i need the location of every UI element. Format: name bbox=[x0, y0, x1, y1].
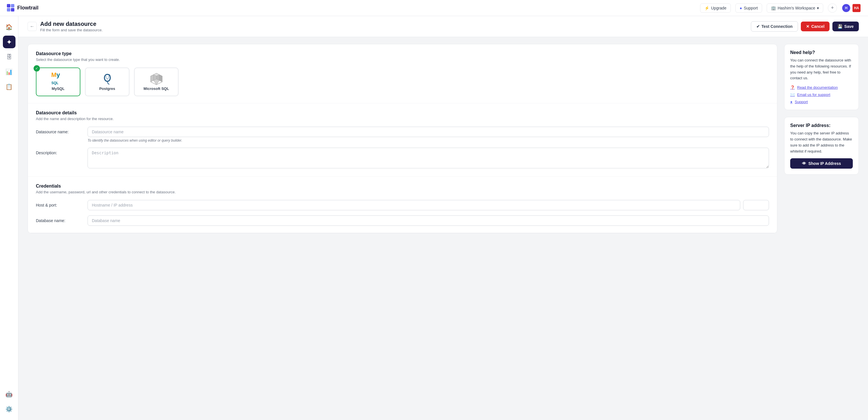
header-left: ← Add new datasource Fill the form and s… bbox=[28, 21, 103, 32]
details-title: Datasource details bbox=[36, 110, 769, 115]
db-type-mysql[interactable]: ✓ MySQL MySQL bbox=[36, 67, 81, 96]
docs-link[interactable]: ❓ Read the documentation bbox=[790, 85, 853, 90]
hostname-input[interactable] bbox=[88, 200, 740, 210]
question-icon: ❓ bbox=[790, 85, 795, 90]
dbname-field bbox=[88, 216, 769, 226]
svg-rect-3 bbox=[11, 8, 14, 11]
name-label: Datasource name: bbox=[36, 127, 82, 134]
section-type-subtitle: Select the datasource type that you want… bbox=[36, 57, 769, 62]
workspace-label: Hashim's Workspace bbox=[778, 6, 815, 10]
workspace-icon: 🏢 bbox=[771, 6, 776, 10]
desc-label: Description: bbox=[36, 148, 82, 155]
eye-icon: 👁 bbox=[802, 161, 806, 166]
svg-point-10 bbox=[108, 77, 109, 77]
sidebar-item-home[interactable]: 🏠 bbox=[3, 21, 16, 33]
page-header: ← Add new datasource Fill the form and s… bbox=[19, 16, 868, 37]
mssql-label: Microsoft SQL bbox=[144, 86, 169, 91]
email-link[interactable]: ✉️ Email us for support bbox=[790, 92, 853, 97]
email-icon: ✉️ bbox=[790, 92, 795, 97]
datasource-name-input[interactable] bbox=[88, 127, 769, 137]
details-subtitle: Add the name and description for the res… bbox=[36, 117, 769, 121]
show-ip-label: Show IP Address bbox=[808, 161, 841, 166]
name-field: To identify the datasources when using e… bbox=[88, 127, 769, 142]
svg-point-9 bbox=[105, 77, 106, 77]
sidebar-item-robot[interactable]: 🤖 bbox=[3, 388, 16, 400]
datasource-type-section: Datasource type Select the datasource ty… bbox=[28, 44, 777, 104]
credentials-title: Credentials bbox=[36, 184, 769, 189]
port-input[interactable]: 3306 bbox=[743, 200, 769, 210]
svg-rect-0 bbox=[7, 4, 10, 7]
show-ip-button[interactable]: 👁 Show IP Address bbox=[790, 158, 853, 169]
desc-field bbox=[88, 148, 769, 169]
ip-card: Server IP address: You can copy the serv… bbox=[784, 117, 859, 175]
sidebar-item-charts[interactable]: 📊 bbox=[3, 65, 16, 78]
db-type-mssql[interactable]: Microsoft SQL bbox=[134, 67, 179, 96]
sidebar-item-rocket[interactable] bbox=[3, 36, 16, 48]
support-button[interactable]: ● Support bbox=[735, 3, 763, 12]
svg-rect-1 bbox=[11, 4, 14, 7]
ip-title: Server IP address: bbox=[790, 123, 853, 128]
check-icon: ✔ bbox=[756, 24, 760, 29]
header-actions: ✔ Test Connection ✕ Cancel 💾 Save bbox=[751, 21, 859, 32]
svg-marker-14 bbox=[159, 75, 162, 82]
sidebar-item-reports[interactable]: 📋 bbox=[3, 80, 16, 93]
discord-support-icon: ● bbox=[790, 100, 793, 104]
svg-point-4 bbox=[8, 41, 10, 43]
database-name-input[interactable] bbox=[88, 216, 769, 226]
sidebar-item-datasource[interactable]: 🗄 bbox=[3, 51, 16, 63]
host-row: Host & port: 3306 bbox=[36, 200, 769, 210]
upgrade-button[interactable]: ⚡ Upgrade bbox=[700, 3, 731, 12]
logo-icon bbox=[7, 4, 15, 12]
host-port-group: 3306 bbox=[88, 200, 769, 210]
name-hint: To identify the datasources when using e… bbox=[88, 138, 769, 142]
svg-rect-2 bbox=[7, 8, 10, 11]
postgres-icon bbox=[100, 73, 114, 85]
mysql-icon: MySQL bbox=[51, 73, 65, 85]
back-button[interactable]: ← bbox=[28, 22, 37, 31]
svg-marker-13 bbox=[151, 75, 154, 82]
section-type-title: Datasource type bbox=[36, 51, 769, 56]
description-input[interactable] bbox=[88, 148, 769, 168]
db-type-list: ✓ MySQL MySQL bbox=[36, 67, 769, 96]
host-label: Host & port: bbox=[36, 200, 82, 207]
user-avatar: HA bbox=[852, 3, 861, 12]
workspace-button[interactable]: 🏢 Hashim's Workspace ▾ bbox=[767, 3, 823, 12]
docs-label: Read the documentation bbox=[797, 85, 838, 90]
postgres-label: Postgres bbox=[99, 86, 115, 91]
help-card: Need help? You can connect the datasourc… bbox=[784, 44, 859, 110]
help-desc: You can connect the datasource with the … bbox=[790, 57, 853, 81]
app-logo: Flowtrail bbox=[7, 4, 38, 12]
dbname-label: Database name: bbox=[36, 216, 82, 223]
ip-desc: You can copy the server IP address to co… bbox=[790, 131, 853, 154]
sidebar-item-settings[interactable]: ⚙️ bbox=[3, 403, 16, 415]
x-icon: ✕ bbox=[806, 24, 809, 29]
save-button[interactable]: 💾 Save bbox=[832, 22, 859, 31]
chevron-down-icon: ▾ bbox=[817, 6, 819, 10]
host-field: 3306 bbox=[88, 200, 769, 210]
support-link[interactable]: ● Support bbox=[790, 100, 853, 104]
page-subtitle: Fill the form and save the datasource. bbox=[40, 28, 103, 32]
cancel-label: Cancel bbox=[811, 24, 825, 29]
avatar-group: H HA bbox=[842, 3, 861, 12]
top-navigation: Flowtrail ⚡ Upgrade ● Support 🏢 Hashim's… bbox=[0, 0, 868, 16]
help-panel: Need help? You can connect the datasourc… bbox=[784, 44, 859, 175]
title-block: Add new datasource Fill the form and sav… bbox=[40, 21, 103, 32]
save-icon: 💾 bbox=[838, 24, 842, 29]
cancel-button[interactable]: ✕ Cancel bbox=[801, 22, 830, 31]
datasource-details-section: Datasource details Add the name and desc… bbox=[28, 104, 777, 177]
sidebar: 🏠 🗄 📊 📋 🤖 ⚙️ bbox=[0, 16, 19, 420]
add-button[interactable]: + bbox=[828, 3, 837, 12]
credentials-section: Credentials Add the username, password, … bbox=[28, 177, 777, 233]
rocket-icon bbox=[6, 39, 12, 45]
support-label: Support bbox=[744, 6, 758, 10]
content-area: ← Add new datasource Fill the form and s… bbox=[19, 16, 868, 420]
app-name: Flowtrail bbox=[17, 5, 38, 11]
test-connection-button[interactable]: ✔ Test Connection bbox=[751, 21, 798, 32]
help-title: Need help? bbox=[790, 50, 853, 55]
test-label: Test Connection bbox=[762, 24, 793, 29]
selected-check: ✓ bbox=[34, 65, 40, 72]
credentials-subtitle: Add the username, password, url and othe… bbox=[36, 190, 769, 194]
db-type-postgres[interactable]: Postgres bbox=[85, 67, 129, 96]
page-title: Add new datasource bbox=[40, 21, 103, 27]
support-label: Support bbox=[795, 100, 808, 104]
